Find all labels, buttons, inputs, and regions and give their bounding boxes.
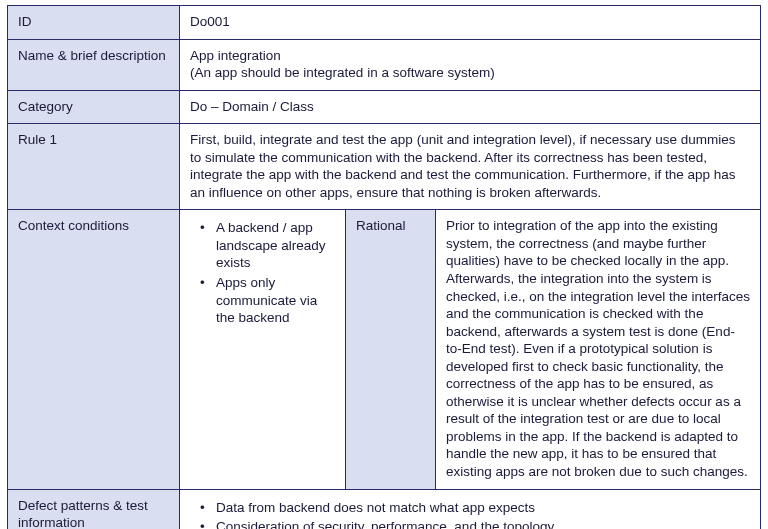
label-rational: Rational [346,210,436,489]
list-item: Consideration of security, performance, … [216,518,750,529]
value-name: App integration (An app should be integr… [180,39,761,90]
row-rule1: Rule 1 First, build, integrate and test … [8,124,761,210]
context-bullets: A backend / app landscape already exists… [190,219,335,328]
list-item: Apps only communicate via the backend [216,274,335,329]
label-name: Name & brief description [8,39,180,90]
row-id: ID Do001 [8,6,761,40]
value-category: Do – Domain / Class [180,90,761,124]
value-defect: Data from backend does not match what ap… [180,489,761,529]
value-rule1: First, build, integrate and test the app… [180,124,761,210]
value-id: Do001 [180,6,761,40]
rule-card: ID Do001 Name & brief description App in… [0,0,768,529]
value-name-main: App integration [190,47,750,65]
row-defect: Defect patterns & test information Data … [8,489,761,529]
rule-table: ID Do001 Name & brief description App in… [7,5,761,529]
defect-bullets: Data from backend does not match what ap… [190,499,750,529]
row-category: Category Do – Domain / Class [8,90,761,124]
row-name: Name & brief description App integration… [8,39,761,90]
label-category: Category [8,90,180,124]
label-rule1: Rule 1 [8,124,180,210]
label-id: ID [8,6,180,40]
value-rational: Prior to integration of the app into the… [436,210,761,489]
value-name-sub: (An app should be integrated in a softwa… [190,64,750,82]
list-item: Data from backend does not match what ap… [216,499,750,519]
value-context: A backend / app landscape already exists… [180,210,346,489]
row-context: Context conditions A backend / app lands… [8,210,761,489]
label-defect: Defect patterns & test information [8,489,180,529]
list-item: A backend / app landscape already exists [216,219,335,274]
label-context: Context conditions [8,210,180,489]
